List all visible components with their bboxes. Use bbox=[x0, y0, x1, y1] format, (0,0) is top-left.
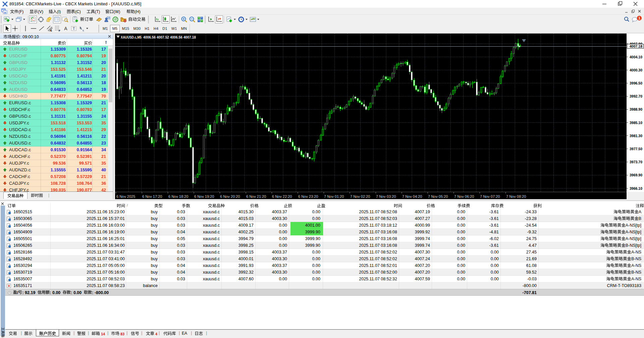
svg-text:3992.70: 3992.70 bbox=[630, 94, 642, 98]
svg-text:4007.18: 4007.18 bbox=[630, 44, 643, 48]
svg-text:4006.56 4007.52 4006.56 4007.1: 4006.56 4007.52 4006.56 4007.18 bbox=[143, 35, 196, 39]
svg-text:3996.50: 3996.50 bbox=[630, 81, 642, 85]
svg-text:E: E bbox=[50, 29, 52, 32]
svg-text:7 Nov 08:20: 7 Nov 08:20 bbox=[506, 194, 526, 199]
svg-text:1: 1 bbox=[638, 16, 640, 20]
svg-text:6 Nov 17:20: 6 Nov 17:20 bbox=[142, 194, 162, 199]
svg-text:3985.10: 3985.10 bbox=[630, 121, 642, 125]
svg-text:6 Nov 21:20: 6 Nov 21:20 bbox=[246, 194, 266, 199]
svg-text:6 Nov 20:20: 6 Nov 20:20 bbox=[220, 194, 240, 199]
svg-text:3973.70: 3973.70 bbox=[630, 160, 642, 164]
svg-text:W: W bbox=[4, 11, 6, 14]
svg-text:3969.90: 3969.90 bbox=[630, 173, 642, 177]
svg-text:6 Nov 2025: 6 Nov 2025 bbox=[116, 194, 135, 199]
svg-text:6 Nov 18:20: 6 Nov 18:20 bbox=[168, 194, 188, 199]
svg-text:XAUUSD.c,M5: XAUUSD.c,M5 bbox=[121, 35, 142, 39]
svg-text:6 Nov 22:20: 6 Nov 22:20 bbox=[272, 194, 292, 199]
svg-text:7 Nov 05:20: 7 Nov 05:20 bbox=[428, 194, 448, 199]
svg-text:T: T bbox=[73, 26, 75, 31]
svg-text:F: F bbox=[59, 29, 60, 32]
svg-text:6 Nov 19:20: 6 Nov 19:20 bbox=[194, 194, 214, 199]
svg-text:4004.10: 4004.10 bbox=[630, 55, 642, 59]
svg-text:7 Nov 06:20: 7 Nov 06:20 bbox=[454, 194, 474, 199]
svg-text:3981.30: 3981.30 bbox=[630, 134, 642, 138]
svg-text:6 Nov 23:20: 6 Nov 23:20 bbox=[298, 194, 318, 199]
svg-text:7 Nov 04:20: 7 Nov 04:20 bbox=[402, 194, 422, 199]
svg-text:7 Nov 02:20: 7 Nov 02:20 bbox=[350, 194, 370, 199]
svg-text:3966.10: 3966.10 bbox=[630, 186, 642, 190]
svg-text:7 Nov 01:20: 7 Nov 01:20 bbox=[324, 194, 344, 199]
svg-text:7 Nov 07:20: 7 Nov 07:20 bbox=[480, 194, 500, 199]
svg-text:3988.90: 3988.90 bbox=[630, 107, 642, 111]
svg-text:4000.30: 4000.30 bbox=[630, 68, 642, 72]
svg-text:3977.50: 3977.50 bbox=[630, 147, 642, 151]
svg-text:A: A bbox=[64, 26, 67, 31]
svg-text:7 Nov 03:20: 7 Nov 03:20 bbox=[376, 194, 396, 199]
